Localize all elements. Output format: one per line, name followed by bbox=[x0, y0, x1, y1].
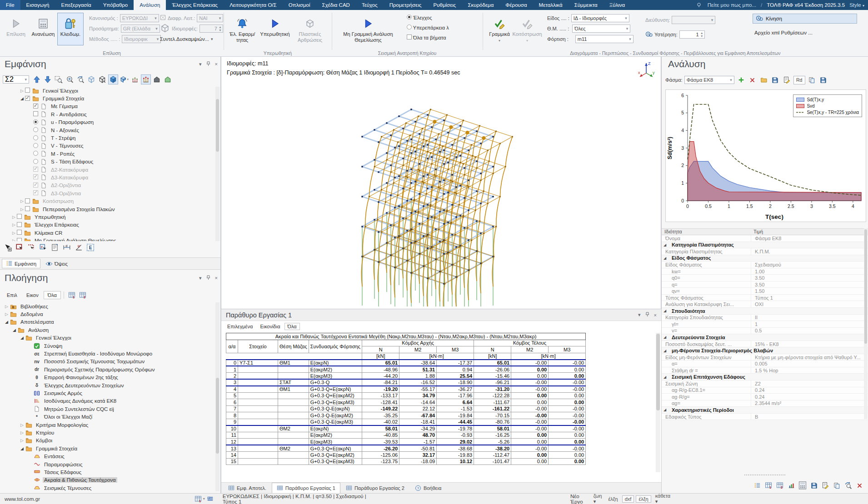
property-row[interactable]: αg·R/g-EC8.1=0.24 bbox=[662, 387, 868, 394]
tree-checkbox[interactable] bbox=[17, 222, 22, 227]
tree-item[interactable]: Σύνοψη bbox=[1, 342, 215, 350]
list-tool-icon[interactable] bbox=[752, 480, 762, 490]
select-add-icon[interactable] bbox=[3, 242, 13, 252]
display-frame-icon[interactable] bbox=[141, 74, 151, 84]
tree-expander[interactable]: ◢ bbox=[19, 96, 25, 101]
property-group-row[interactable]: ◢μη-Φέροντα Στοιχεία-Περιορισμός Βλαβών bbox=[662, 347, 868, 354]
export-spectrum-icon[interactable] bbox=[818, 75, 828, 85]
tree-item[interactable]: S - Τάση Εδάφους bbox=[1, 158, 215, 166]
export-tool-icon[interactable]: 2 bbox=[775, 480, 785, 490]
tree-checkbox[interactable] bbox=[25, 88, 30, 93]
grid-1-icon[interactable]: 1 bbox=[67, 290, 77, 300]
applicability-button[interactable]: Έλ. Εφαρμ/τητας bbox=[227, 13, 257, 45]
status-toggle-κάθετα[interactable]: κάθετα ▾ bbox=[653, 493, 673, 504]
edit-tool-icon[interactable] bbox=[820, 480, 830, 490]
view-preset-combo[interactable]: Σ2▾ bbox=[3, 75, 29, 84]
tree-item[interactable]: T - Στρέψη bbox=[1, 134, 215, 142]
property-row[interactable]: qv=1.50 bbox=[662, 288, 868, 295]
regulation-combo[interactable]: ΕΥΡΩΚΩΔΙ▾ bbox=[120, 14, 159, 22]
property-group-row[interactable]: ◢Σπουδαιότητα bbox=[662, 308, 868, 315]
tree-item[interactable]: ▷Πεπερασμένα Στοιχεία Πλακών bbox=[1, 205, 215, 213]
tree-radio[interactable] bbox=[33, 159, 38, 164]
property-row[interactable]: Τύπος ΦάσματοςΤύπος 1 bbox=[662, 295, 868, 301]
tree-item[interactable]: ▷Κριτήρια Μορφολογίας bbox=[1, 421, 215, 429]
display-tree-scrollbar[interactable] bbox=[215, 87, 219, 241]
display-solid-icon[interactable] bbox=[152, 74, 162, 84]
tree-checkbox[interactable] bbox=[33, 183, 38, 188]
work-bottom-tab-3[interactable]: ?Βοήθεια bbox=[410, 483, 446, 493]
tree-item[interactable]: ▷Κόμβοι bbox=[1, 437, 215, 445]
direction-combo[interactable]: ▾ bbox=[672, 16, 715, 24]
display-supports-icon[interactable] bbox=[130, 74, 140, 84]
tree-expander[interactable]: ▷ bbox=[19, 207, 25, 212]
tree-item[interactable]: Με Γέμισμα bbox=[1, 103, 215, 110]
property-row[interactable]: Ανάλυση για Κατακόρυφη Σει...ΟΧΙ bbox=[662, 301, 868, 308]
tree-item[interactable]: σεΣτρεπτική Ευαισθησία - Ισοδύναμο Μονώρ… bbox=[1, 350, 215, 357]
tree-item[interactable]: Ισοδύναμες Δυνάμεις κατά ΕΚ8 bbox=[1, 397, 215, 405]
nav-pin-icon[interactable] bbox=[206, 275, 210, 281]
tree-expander[interactable]: ◢ bbox=[11, 328, 17, 332]
property-row[interactable]: αg=2.3544 m/s² bbox=[662, 400, 868, 407]
tree-item[interactable]: M - Ροπές bbox=[1, 150, 215, 158]
tree-expander[interactable]: ▷ bbox=[11, 238, 17, 241]
property-row[interactable]: γI=1 bbox=[662, 321, 868, 328]
calc-tool-icon[interactable] bbox=[798, 480, 808, 490]
tree-expander[interactable]: ▷ bbox=[4, 312, 10, 316]
tree-checkbox[interactable] bbox=[33, 104, 38, 109]
tree-expander[interactable]: ▷ bbox=[11, 231, 17, 235]
tree-item[interactable]: Εντάσεις bbox=[1, 452, 215, 460]
refresh-tool-icon[interactable] bbox=[843, 480, 853, 490]
menu-tab-7[interactable]: Οπλισμοί bbox=[283, 0, 316, 10]
tree-item[interactable]: ▷Δεδομένα bbox=[1, 310, 215, 318]
pushover-button[interactable]: Υπερωθητική bbox=[258, 13, 292, 45]
results-table-scrollbar[interactable] bbox=[656, 333, 660, 472]
save-tool-icon[interactable] bbox=[809, 480, 819, 490]
navigation-tab-2[interactable]: Όλα bbox=[44, 291, 61, 299]
menu-tab-2[interactable]: Επεξεργασία bbox=[55, 0, 97, 10]
tree-item[interactable]: Δ2-Οριζόντια bbox=[1, 182, 215, 189]
save-spectrum-icon[interactable] bbox=[770, 75, 780, 85]
table-row[interactable]: 3ΣΤΑΤG+0.3·Q-84.21-16.52-18.90-96.21-0.0… bbox=[226, 379, 586, 386]
property-row[interactable]: ΌνομαΦάσμα ΕΚ8 bbox=[662, 235, 868, 242]
tree-checkbox[interactable] bbox=[33, 111, 38, 116]
tree-expander[interactable]: ▷ bbox=[11, 215, 17, 219]
tree-expander[interactable]: ◢ bbox=[19, 446, 25, 451]
zoom-window-icon[interactable] bbox=[54, 74, 64, 84]
status-toggle-ζωη[interactable]: ζωη ▾ bbox=[591, 493, 604, 504]
tree-item[interactable]: ▷Έλεγχοι Επάρκειας bbox=[1, 221, 215, 229]
tree-checkbox[interactable] bbox=[33, 167, 38, 172]
style-menu[interactable]: Style ▾ bbox=[849, 2, 864, 8]
property-row[interactable]: q0=3.50 bbox=[662, 275, 868, 282]
menu-tab-15[interactable]: Σύμμεικτα bbox=[569, 0, 604, 10]
table-row[interactable]: 5G+0.3·Q+Ε(ακρΜ2)-133.1734.79-17.96-122.… bbox=[226, 392, 586, 399]
table-row[interactable]: 10ΘΜ2Ε(ακρΝ)58.01-34.29-19.7858.01-0.00-… bbox=[226, 425, 586, 432]
nav-close-icon[interactable]: × bbox=[215, 275, 218, 281]
tree-checkbox[interactable] bbox=[25, 198, 30, 203]
delete-spectrum-icon[interactable] bbox=[748, 75, 758, 85]
dimension-icon[interactable]: d bbox=[62, 242, 72, 252]
panel-pin-icon[interactable] bbox=[206, 61, 210, 67]
menu-tab-11[interactable]: Ρυθμίσεις bbox=[428, 0, 462, 10]
property-row[interactable]: v=0.5 bbox=[662, 328, 868, 335]
property-row[interactable]: Εδαφικός ΤύποςΒ bbox=[662, 414, 868, 420]
greek-flag-icon[interactable] bbox=[206, 496, 214, 502]
tree-item[interactable]: Σεισμικός Αρμός bbox=[1, 389, 215, 397]
raft-diagrams-button[interactable]: Κοιτόστρωση▾ bbox=[513, 13, 542, 45]
open-spectrum-icon[interactable] bbox=[759, 75, 769, 85]
select-window-icon[interactable] bbox=[15, 242, 25, 252]
property-row[interactable]: Κατηγορία ΠλαστιμότηταςΚ.Π.Μ. bbox=[662, 248, 868, 255]
property-group-row[interactable]: ◢Δευτερεύοντα Στοιχεία bbox=[662, 334, 868, 341]
table-row[interactable]: 1Ε(ακρΜ2)-48.9651.310.94-26.060.000.00 bbox=[226, 366, 586, 373]
work-view-tab-0[interactable]: Επιλεγμένα bbox=[224, 323, 256, 330]
tree-expander[interactable]: ▷ bbox=[19, 430, 25, 435]
work-bottom-tab-0[interactable]: Εμφ. Αποτελ. bbox=[223, 483, 271, 493]
tree-expander[interactable]: ▷ bbox=[11, 222, 17, 227]
tree-item[interactable]: nvΠοσοστό Σεισμικής Τέμνουσας Τοιχωμάτων bbox=[1, 358, 215, 366]
copy-spectrum-icon[interactable] bbox=[807, 75, 817, 85]
panel-collapse-icon[interactable]: ▾ bbox=[199, 61, 202, 67]
tree-expander[interactable]: ◢ bbox=[19, 336, 25, 340]
tree-radio[interactable] bbox=[33, 127, 38, 132]
tree-item[interactable]: ▷Γενικοί Έλεγχοι bbox=[1, 87, 215, 94]
props-col-value[interactable]: Τιμή bbox=[751, 229, 766, 235]
tree-item[interactable]: ◢Γραμμικά Στοιχεία bbox=[1, 445, 215, 452]
